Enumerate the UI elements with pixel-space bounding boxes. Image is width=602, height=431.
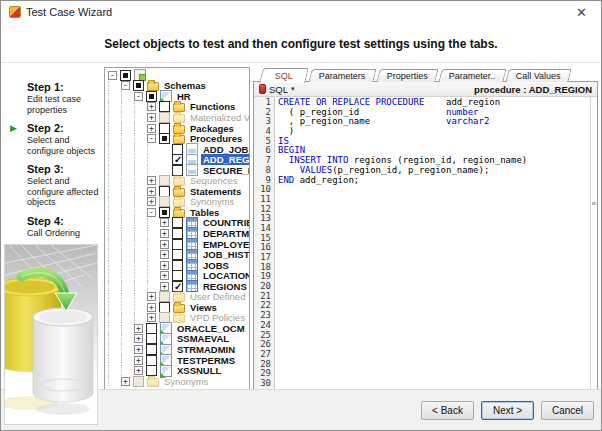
checkbox[interactable] <box>120 70 131 81</box>
expand-toggle-icon[interactable]: + <box>134 345 143 354</box>
tree-node-xssnull[interactable]: +XSSNULL <box>108 365 249 376</box>
checkbox[interactable] <box>146 344 157 355</box>
checkbox[interactable] <box>159 186 170 197</box>
tree-node-employees[interactable]: +EMPLOYEES <box>108 239 249 250</box>
tree-node-tables[interactable]: -Tables <box>108 207 249 218</box>
tree-node-locations[interactable]: +LOCATIONS <box>108 270 249 281</box>
tree-node-countries[interactable]: +COUNTRIES <box>108 218 249 229</box>
expand-toggle-icon[interactable]: - <box>121 81 130 90</box>
expand-toggle-icon[interactable]: + <box>147 113 156 122</box>
back-button[interactable]: < Back <box>421 401 474 420</box>
checkbox[interactable] <box>146 365 157 376</box>
step-item-4[interactable]: Step 4:Call Ordering <box>27 215 101 239</box>
checkbox[interactable] <box>172 249 183 260</box>
sql-dropdown-label[interactable]: SQL <box>269 84 288 95</box>
expand-toggle-icon[interactable]: + <box>160 240 169 249</box>
tree-node-departments[interactable]: +DEPARTMENTS <box>108 228 249 239</box>
tab-call-values[interactable]: Call Values <box>505 69 571 82</box>
expand-toggle-icon[interactable]: + <box>121 377 130 386</box>
tree-node-add-job-history[interactable]: ADD_JOB_HISTORY <box>108 144 249 155</box>
tree-node-views[interactable]: +Views <box>108 302 249 313</box>
checkbox[interactable] <box>159 112 170 123</box>
expand-toggle-icon[interactable]: + <box>147 303 156 312</box>
checkbox[interactable] <box>159 123 170 134</box>
tab-sql[interactable]: SQL <box>259 68 309 83</box>
tree-node-synonyms[interactable]: +Synonyms <box>108 197 249 208</box>
code-surface[interactable]: CREATE OR REPLACE PROCEDURE add_region (… <box>275 97 590 389</box>
checkbox[interactable] <box>146 333 157 344</box>
step-item-2[interactable]: Step 2:Select and configure objects <box>27 122 101 156</box>
tree-node-hr[interactable]: -HR <box>108 91 249 102</box>
expand-toggle-icon[interactable]: - <box>147 208 156 217</box>
tree-node-strmadmin[interactable]: +STRMADMIN <box>108 344 249 355</box>
tree-node-user-defined-types[interactable]: +User Defined Types <box>108 291 249 302</box>
checkbox[interactable] <box>133 80 144 91</box>
expand-toggle-icon[interactable]: + <box>147 292 156 301</box>
expand-toggle-icon[interactable]: - <box>134 92 143 101</box>
expand-toggle-icon[interactable]: - <box>108 71 117 80</box>
tree-node-packages[interactable]: +Packages <box>108 123 249 134</box>
expand-toggle-icon[interactable]: - <box>147 134 156 143</box>
checkbox[interactable] <box>172 260 183 271</box>
tree-node-synonyms[interactable]: +Synonyms <box>108 376 249 387</box>
chevron-down-icon[interactable]: ▾ <box>291 85 295 93</box>
object-tree[interactable]: --Schemas-HR+Functions+Materialized View… <box>105 68 249 386</box>
expand-toggle-icon[interactable]: + <box>147 176 156 185</box>
expand-toggle-icon[interactable]: + <box>147 197 156 206</box>
close-icon[interactable]: ✕ <box>570 4 593 21</box>
checkbox[interactable] <box>159 302 170 313</box>
expand-toggle-icon[interactable]: + <box>147 124 156 133</box>
tree-node-regions[interactable]: +REGIONS <box>108 281 249 292</box>
checkbox[interactable] <box>172 154 183 165</box>
expand-toggle-icon[interactable]: + <box>160 229 169 238</box>
checkbox[interactable] <box>172 270 183 281</box>
tree-node-jobs[interactable]: +JOBS <box>108 260 249 271</box>
checkbox[interactable] <box>172 228 183 239</box>
tree-node-job-history[interactable]: +JOB_HISTORY <box>108 249 249 260</box>
checkbox[interactable] <box>146 323 157 334</box>
checkbox[interactable] <box>159 291 170 302</box>
expand-toggle-icon[interactable]: + <box>134 356 143 365</box>
checkbox[interactable] <box>159 101 170 112</box>
expand-toggle-icon[interactable]: + <box>160 282 169 291</box>
expand-toggle-icon[interactable]: + <box>147 187 156 196</box>
tab-properties[interactable]: Properties <box>376 69 438 82</box>
expand-toggle-icon[interactable]: + <box>134 334 143 343</box>
checkbox[interactable] <box>172 239 183 250</box>
tree-node-secure-dml[interactable]: SECURE_DML <box>108 165 249 176</box>
tree-node-functions[interactable]: +Functions <box>108 102 249 113</box>
tree-node-schemas[interactable]: -Schemas <box>108 81 249 92</box>
expand-toggle-icon[interactable]: + <box>160 218 169 227</box>
cancel-button[interactable]: Cancel <box>541 401 594 420</box>
tree-node-vpd-policies[interactable]: +VPD Policies <box>108 313 249 324</box>
expand-toggle-icon[interactable]: + <box>134 324 143 333</box>
tree-node-root[interactable]: - <box>108 70 249 81</box>
step-item-3[interactable]: Step 3:Select and configure affected obj… <box>27 163 101 208</box>
checkbox[interactable] <box>172 144 183 155</box>
expand-toggle-icon[interactable]: + <box>160 271 169 280</box>
checkbox[interactable] <box>133 376 144 387</box>
checkbox[interactable] <box>159 196 170 207</box>
tree-node-sequences[interactable]: +Sequences <box>108 175 249 186</box>
tree-node-materialized-views[interactable]: +Materialized Views <box>108 112 249 123</box>
expand-toggle-icon[interactable]: + <box>147 102 156 111</box>
editor-scrollbar[interactable] <box>590 97 597 389</box>
checkbox[interactable] <box>159 207 170 218</box>
tree-node-procedures[interactable]: -Procedures <box>108 133 249 144</box>
expand-toggle-icon[interactable]: + <box>134 366 143 375</box>
checkbox[interactable] <box>172 165 183 176</box>
next-button[interactable]: Next > <box>481 401 534 420</box>
expand-toggle-icon[interactable]: + <box>160 250 169 259</box>
checkbox[interactable] <box>159 133 170 144</box>
checkbox[interactable] <box>172 281 183 292</box>
checkbox[interactable] <box>146 91 157 102</box>
step-item-1[interactable]: Step 1:Edit test case properties <box>27 81 101 115</box>
tree-node-ssmaeval[interactable]: +SSMAEVAL <box>108 334 249 345</box>
checkbox[interactable] <box>159 175 170 186</box>
tree-node-oracle-ocm[interactable]: +ORACLE_OCM <box>108 323 249 334</box>
expand-toggle-icon[interactable]: + <box>147 313 156 322</box>
tab-parameters[interactable]: Parameters <box>308 69 376 82</box>
tree-node-testperms[interactable]: +TESTPERMS <box>108 355 249 366</box>
tree-node-add-region[interactable]: ADD_REGION <box>108 154 249 165</box>
checkbox[interactable] <box>146 355 157 366</box>
